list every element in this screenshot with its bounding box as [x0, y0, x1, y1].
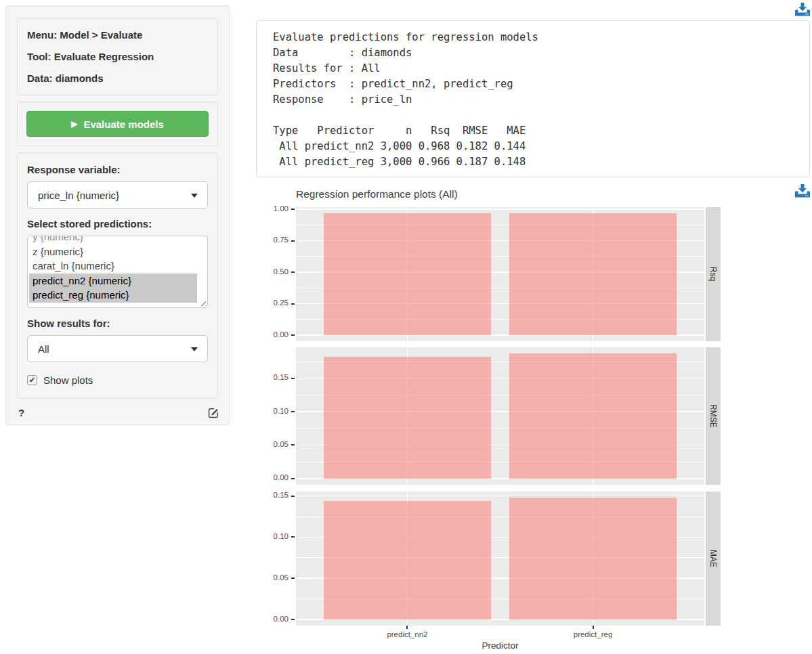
y-major-gridline: [296, 209, 704, 210]
help-button[interactable]: ?: [18, 407, 24, 418]
y-minor-gridline: [296, 428, 704, 429]
y-major-gridline: [296, 303, 704, 305]
dataset-name: Data: diamonds: [27, 70, 208, 87]
y-minor-gridline: [296, 517, 704, 517]
y-minor-gridline: [296, 395, 704, 395]
sidebar: Menu: Model > Evaluate Tool: Evaluate Re…: [5, 5, 230, 425]
y-minor-gridline: [296, 319, 704, 320]
y-major-gridline: [296, 334, 704, 336]
y-tick: [291, 444, 295, 445]
y-tick-label: 0.10: [257, 407, 289, 416]
stored-predictions-multiselect[interactable]: y {numeric}z {numeric}carat_ln {numeric}…: [27, 236, 208, 308]
show-plots-row: ✔ Show plots: [27, 374, 208, 386]
facet-panel-Rsq: [296, 207, 704, 341]
facet-strip-label: RMSE: [708, 404, 718, 428]
y-minor-gridline: [296, 256, 704, 257]
prediction-option[interactable]: predict_reg {numeric}: [29, 288, 197, 303]
y-tick-label: 1.00: [257, 204, 289, 214]
facet-strip-label: MAE: [708, 550, 718, 567]
y-tick: [291, 334, 295, 336]
prediction-option[interactable]: z {numeric}: [29, 244, 197, 259]
chevron-down-icon: [191, 194, 198, 198]
y-minor-gridline: [296, 225, 704, 225]
show-plots-label[interactable]: Show plots: [43, 374, 93, 386]
show-results-for-select[interactable]: All: [27, 335, 208, 362]
y-tick: [291, 536, 295, 538]
resize-handle[interactable]: [199, 299, 206, 306]
y-minor-gridline: [296, 598, 704, 599]
facet-strip-MAE: MAE: [706, 492, 721, 626]
page-root: Menu: Model > Evaluate Tool: Evaluate Re…: [0, 0, 812, 654]
evaluate-models-button[interactable]: ▶ Evaluate models: [26, 111, 209, 137]
x-gridline: [407, 492, 408, 626]
bar-predict_nn2-RMSE: [324, 357, 491, 479]
show-results-for-label: Show results for:: [27, 318, 208, 329]
y-tick-label: 0.00: [257, 330, 289, 340]
summary-output-panel: Evaluate predictions for regression mode…: [256, 20, 810, 177]
bar-predict_reg-RMSE: [509, 353, 677, 479]
y-major-gridline: [296, 496, 704, 497]
x-gridline: [407, 207, 408, 341]
y-tick-label: 0.10: [257, 532, 289, 542]
y-major-gridline: [296, 240, 704, 242]
y-tick: [291, 619, 295, 620]
summary-output-text: Evaluate predictions for regression mode…: [257, 21, 809, 170]
pencil-square-icon: [208, 407, 219, 418]
y-minor-gridline: [296, 362, 704, 362]
menu-breadcrumb: Menu: Model > Evaluate: [27, 26, 208, 43]
y-tick: [291, 496, 295, 497]
y-tick-label: 0.25: [257, 299, 289, 308]
controls-box: Response variable: price_ln {numeric} Se…: [17, 152, 218, 399]
y-tick-label: 0.75: [257, 236, 289, 245]
evaluate-models-label: Evaluate models: [83, 118, 163, 130]
edit-button[interactable]: [208, 407, 219, 418]
y-tick: [291, 303, 295, 305]
bar-predict_reg-MAE: [509, 498, 677, 619]
facet-strip-Rsq: Rsq: [706, 207, 721, 341]
y-major-gridline: [296, 478, 704, 479]
download-summary-button[interactable]: [795, 3, 810, 16]
chevron-down-icon: [191, 347, 198, 351]
y-major-gridline: [296, 378, 704, 379]
bar-predict_reg-Rsq: [509, 213, 677, 335]
x-tick: [593, 626, 594, 629]
x-tick-label: predict_reg: [553, 630, 634, 640]
bar-predict_nn2-Rsq: [324, 213, 491, 335]
prediction-option[interactable]: carat_ln {numeric}: [29, 259, 197, 274]
x-gridline: [593, 207, 594, 341]
y-minor-gridline: [296, 462, 704, 462]
y-tick: [291, 577, 295, 579]
y-tick-label: 0.15: [257, 373, 289, 383]
y-tick-label: 0.15: [257, 491, 289, 500]
y-major-gridline: [296, 577, 704, 579]
x-axis-title: Predictor: [460, 640, 541, 653]
prediction-option[interactable]: y {numeric}: [29, 236, 197, 244]
y-tick-label: 0.05: [257, 440, 289, 450]
download-plot-button[interactable]: [795, 184, 810, 198]
y-major-gridline: [296, 619, 704, 620]
y-major-gridline: [296, 271, 704, 273]
y-tick-label: 0.05: [257, 573, 289, 583]
menu-info-box: Menu: Model > Evaluate Tool: Evaluate Re…: [17, 18, 218, 95]
y-tick: [291, 209, 295, 210]
y-minor-gridline: [296, 288, 704, 288]
y-minor-gridline: [296, 557, 704, 558]
facet-strip-label: Rsq: [708, 267, 718, 281]
response-variable-value: price_ln {numeric}: [38, 190, 119, 201]
prediction-option[interactable]: predict_nn2 {numeric}: [29, 274, 197, 288]
show-plots-checkbox[interactable]: ✔: [27, 375, 37, 385]
facet-strip-RMSE: RMSE: [706, 347, 721, 485]
response-variable-select[interactable]: price_ln {numeric}: [27, 181, 208, 209]
x-gridline: [593, 347, 594, 485]
y-tick: [291, 378, 295, 379]
y-tick: [291, 240, 295, 242]
x-gridline: [593, 492, 594, 626]
x-tick-label: predict_nn2: [366, 630, 448, 640]
y-tick: [291, 271, 295, 273]
play-icon: ▶: [71, 120, 77, 128]
download-icon: [795, 3, 810, 16]
y-tick: [291, 478, 295, 479]
response-variable-label: Response variable:: [27, 164, 208, 175]
y-tick: [291, 411, 295, 412]
tool-name: Tool: Evaluate Regression: [27, 48, 208, 65]
